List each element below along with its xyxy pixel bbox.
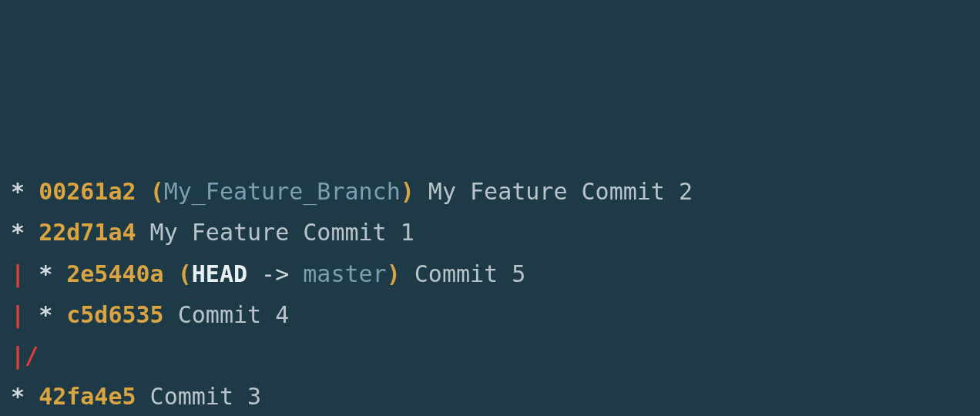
ref-arrow: -> (247, 260, 303, 287)
commit-message: Commit 4 (164, 301, 290, 328)
ref-branch: My_Feature_Branch (164, 178, 401, 205)
graph-star: * (39, 260, 52, 287)
ref-head: HEAD (192, 260, 247, 287)
git-log-line: * 00261a2 (My_Feature_Branch) My Feature… (11, 171, 969, 212)
paren-open: ( (150, 178, 164, 205)
paren-open: ( (178, 260, 192, 287)
graph-slash: / (25, 342, 39, 369)
commit-hash: 00261a2 (39, 178, 136, 205)
commit-hash: c5d6535 (66, 301, 163, 328)
commit-hash: 22d71a4 (39, 219, 136, 246)
graph-star: * (11, 219, 25, 246)
commit-hash: 42fa4e5 (39, 383, 136, 410)
commit-hash: 2e5440a (66, 260, 163, 287)
commit-message: My Feature Commit 2 (414, 178, 693, 205)
graph-star: * (11, 383, 25, 410)
git-log-line: | * 2e5440a (HEAD -> master) Commit 5 (11, 253, 969, 294)
graph-star: * (11, 178, 25, 205)
git-log-line: | * c5d6535 Commit 4 (11, 294, 969, 335)
graph-pipe: | (11, 301, 25, 328)
git-log-line: * 22d71a4 My Feature Commit 1 (11, 212, 969, 253)
git-log-line: |/ (11, 335, 969, 376)
paren-close: ) (401, 178, 414, 205)
ref-master: master (303, 260, 386, 287)
graph-pipe: | (11, 260, 25, 287)
paren-close: ) (387, 260, 401, 287)
commit-message: Commit 3 (136, 383, 262, 410)
git-log-line: * 42fa4e5 Commit 3 (11, 376, 969, 416)
graph-pipe: | (11, 342, 25, 369)
commit-message: My Feature Commit 1 (136, 219, 414, 246)
graph-star: * (39, 301, 52, 328)
commit-message: Commit 5 (401, 260, 526, 287)
